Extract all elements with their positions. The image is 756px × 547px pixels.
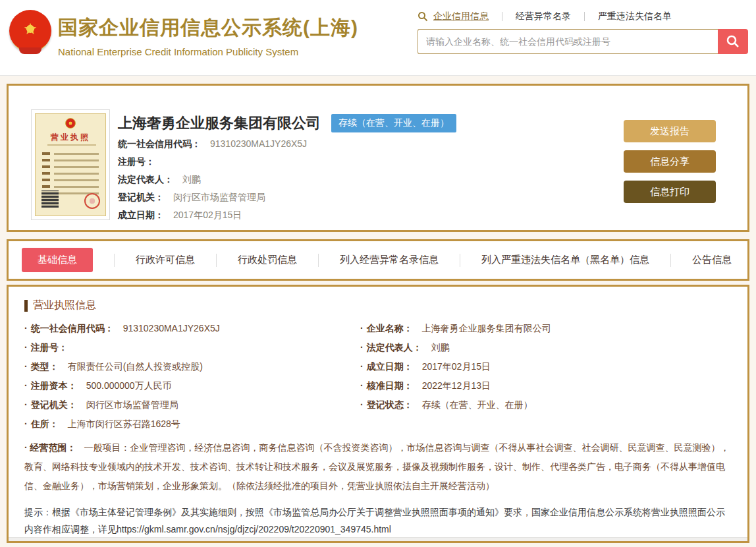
search-icon	[726, 34, 740, 49]
info-share-button[interactable]: 信息分享	[624, 150, 716, 173]
nav-link-serious-violations[interactable]: 严重违法失信名单	[598, 11, 672, 22]
tab-divider	[460, 254, 460, 267]
status-badge: 存续（在营、开业、在册）	[331, 114, 456, 132]
site-header: 国家企业信用信息公示系统(上海) National Enterprise Cre…	[0, 0, 756, 76]
info-print-button[interactable]: 信息打印	[624, 181, 716, 203]
tab-divider	[318, 254, 319, 267]
business-license-image: 营业执照	[31, 109, 110, 220]
tab-divider	[670, 254, 671, 267]
nav-divider	[584, 12, 585, 21]
field-legal-representative: 法定代表人： 刘鹏	[360, 342, 732, 361]
tabs-bar: 基础信息 行政许可信息 行政处罚信息 列入经营异常名录信息 列入严重违法失信名单…	[7, 239, 749, 281]
search-bar	[418, 29, 748, 54]
search-icon	[418, 11, 428, 22]
section-marker	[24, 300, 28, 312]
site-title: 国家企业信用信息公示系统(上海)	[58, 14, 358, 42]
summary-row-registration-authority: 登记机关： 闵行区市场监督管理局	[118, 192, 307, 210]
license-emblem-icon	[65, 118, 76, 129]
top-nav: 企业信用信息 经营异常名录 严重违法失信名单	[418, 9, 748, 24]
business-license-inner: 营业执照	[35, 113, 106, 216]
license-title: 营业执照	[36, 132, 105, 143]
nav-link-enterprise-credit[interactable]: 企业信用信息	[433, 11, 489, 22]
summary-row-establishment-date: 成立日期： 2017年02月15日	[118, 210, 307, 227]
section-title: 营业执照信息	[33, 299, 96, 312]
company-summary-card: 营业执照 上海奢勇企业服务集团有限公司 存续（在营、开业、在册）	[7, 84, 749, 232]
company-name: 上海奢勇企业服务集团有限公司	[118, 113, 321, 133]
license-qr-code	[41, 190, 59, 208]
site-subtitle: National Enterprise Credit Information P…	[58, 46, 358, 57]
bottom-divider	[9, 537, 747, 541]
summary-row-registration-no: 注册号：	[118, 156, 307, 174]
field-company-type: 类型： 有限责任公司(自然人投资或控股)	[24, 361, 360, 380]
action-buttons: 发送报告 信息分享 信息打印	[624, 120, 716, 211]
fields-right-column: 企业名称： 上海奢勇企业服务集团有限公司 法定代表人： 刘鹏 成立日期： 201…	[360, 323, 732, 438]
license-info-card: 营业执照信息 统一社会信用代码： 91310230MA1JY26X5J 注册号：…	[7, 285, 749, 543]
tab-divider	[216, 254, 217, 267]
license-fields-grid: 统一社会信用代码： 91310230MA1JY26X5J 注册号： 类型： 有限…	[24, 323, 732, 438]
field-approval-date: 核准日期： 2022年12月13日	[360, 380, 732, 399]
summary-row-legal-representative: 法定代表人： 刘鹏	[118, 174, 307, 192]
nav-divider	[502, 12, 502, 21]
national-emblem-logo	[9, 10, 51, 52]
tab-abnormal-operations-list[interactable]: 列入经营异常名录信息	[340, 254, 439, 266]
tab-announcements[interactable]: 公告信息	[692, 254, 732, 266]
field-establishment-date: 成立日期： 2017年02月15日	[360, 361, 732, 380]
license-seal	[84, 193, 100, 209]
field-registration-no: 注册号：	[24, 342, 360, 361]
tab-serious-violations-blacklist[interactable]: 列入严重违法失信名单（黑名单）信息	[481, 254, 649, 266]
main-content: 营业执照 上海奢勇企业服务集团有限公司 存续（在营、开业、在册）	[0, 76, 756, 543]
field-credit-code: 统一社会信用代码： 91310230MA1JY26X5J	[24, 323, 360, 342]
search-button[interactable]	[718, 29, 748, 54]
notice-text: 提示：根据《市场主体登记管理条例》及其实施细则，按照《市场监管总局办公厅关于调整…	[24, 504, 732, 538]
summary-fields: 统一社会信用代码： 91310230MA1JY26X5J 注册号： 法定代表人：…	[118, 138, 307, 227]
field-registration-authority: 登记机关： 闵行区市场监督管理局	[24, 399, 360, 418]
nav-link-abnormal-operations[interactable]: 经营异常名录	[516, 11, 571, 22]
field-address: 住所： 上海市闵行区苏召路1628号	[24, 418, 360, 438]
tab-basic-info[interactable]: 基础信息	[22, 248, 93, 272]
send-report-button[interactable]: 发送报告	[624, 120, 716, 142]
field-business-scope: 经营范围：一般项目：企业管理咨询，经济信息咨询，商务信息咨询（不含投资类咨询），…	[24, 438, 732, 496]
tab-administrative-penalty[interactable]: 行政处罚信息	[238, 254, 297, 266]
field-registered-capital: 注册资本： 500.000000万人民币	[24, 380, 360, 399]
field-company-name: 企业名称： 上海奢勇企业服务集团有限公司	[360, 323, 732, 342]
license-divider	[47, 144, 96, 146]
summary-head: 上海奢勇企业服务集团有限公司 存续（在营、开业、在册）	[118, 113, 456, 133]
site-title-block: 国家企业信用信息公示系统(上海) National Enterprise Cre…	[58, 14, 358, 57]
search-input[interactable]	[418, 29, 718, 54]
header-right: 企业信用信息 经营异常名录 严重违法失信名单	[418, 9, 748, 54]
tab-divider	[114, 254, 115, 267]
tab-administrative-license[interactable]: 行政许可信息	[136, 254, 195, 266]
fields-left-column: 统一社会信用代码： 91310230MA1JY26X5J 注册号： 类型： 有限…	[24, 323, 360, 438]
summary-row-credit-code: 统一社会信用代码： 91310230MA1JY26X5J	[118, 138, 307, 156]
section-header: 营业执照信息	[24, 299, 732, 312]
field-registration-status: 登记状态： 存续（在营、开业、在册）	[360, 399, 732, 418]
